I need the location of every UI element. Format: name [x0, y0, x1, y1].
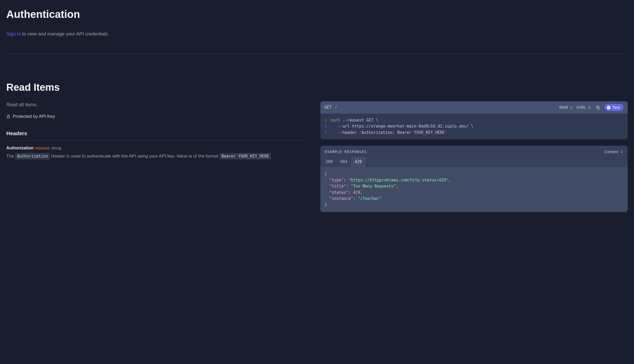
- auth-title: Authentication: [6, 6, 628, 22]
- param-sep: ,: [49, 146, 51, 150]
- auth-text: Sign in to view and manage your API cred…: [6, 31, 628, 38]
- headers-divider: [6, 140, 305, 141]
- play-icon: [607, 105, 611, 110]
- param-desc: The Authorization header is used to auth…: [6, 153, 305, 160]
- response-body: { "type": "https://httpproblems.com/http…: [320, 167, 628, 212]
- param-required: required: [35, 146, 49, 150]
- code-lines: curl --request GET \ --url https://orang…: [331, 117, 473, 136]
- tool-select[interactable]: cURL: [576, 104, 592, 110]
- section-divider: [6, 53, 628, 54]
- headers-title: Headers: [6, 129, 305, 137]
- protected-badge: Protected by API Key: [6, 113, 305, 120]
- test-button[interactable]: Test: [605, 104, 623, 111]
- line-numbers: 1 2 3: [325, 117, 327, 136]
- auth-rest: to view and manage your API credentials: [21, 31, 108, 37]
- code-body: 1 2 3 curl --request GET \ --url https:/…: [320, 114, 628, 139]
- copy-button[interactable]: [595, 104, 601, 111]
- signin-link[interactable]: Sign in: [6, 31, 21, 37]
- request-panel: GET / Shell cURL: [320, 101, 628, 139]
- language-select[interactable]: Shell: [559, 104, 573, 110]
- chevron-updown-icon: [588, 106, 591, 109]
- protected-text: Protected by API Key: [13, 113, 55, 120]
- param-type: string: [51, 146, 61, 150]
- response-header: EXAMPLE RESPONSES Content: [320, 146, 628, 155]
- svg-rect-0: [7, 116, 9, 118]
- http-path: /: [335, 104, 337, 110]
- svg-rect-1: [597, 107, 600, 109]
- http-method: GET: [325, 104, 332, 110]
- response-tabs: 200 404 429: [320, 155, 628, 167]
- copy-icon: [596, 105, 600, 110]
- param-row: Authorization required, string The Autho…: [6, 145, 305, 160]
- chevron-updown-icon: [620, 150, 623, 154]
- inline-code-bearer: Bearer YOUR_KEY_HERE: [220, 153, 271, 159]
- response-panel: EXAMPLE RESPONSES Content 200 404 429 { …: [320, 146, 628, 212]
- request-header: GET / Shell cURL: [320, 101, 628, 114]
- param-name: Authorization: [6, 146, 33, 150]
- tab-200[interactable]: 200: [322, 157, 336, 167]
- section-desc: Read all items.: [6, 101, 305, 108]
- response-label: EXAMPLE RESPONSES: [325, 149, 367, 155]
- chevron-updown-icon: [569, 106, 573, 109]
- tab-404[interactable]: 404: [336, 157, 351, 167]
- tab-429[interactable]: 429: [351, 157, 365, 167]
- section-title: Read Items: [6, 80, 628, 95]
- content-select[interactable]: Content: [604, 149, 623, 155]
- inline-code-auth: Authorization: [15, 153, 50, 159]
- lock-icon: [6, 114, 11, 119]
